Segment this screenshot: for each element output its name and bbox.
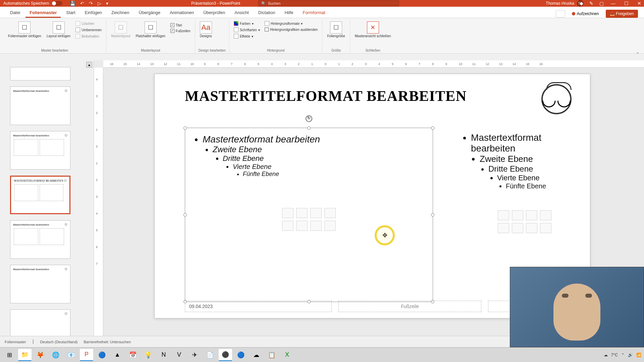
rename-button[interactable]: Umbenennen bbox=[74, 27, 103, 33]
tab-uebergaenge[interactable]: Übergänge bbox=[135, 7, 164, 18]
placeholder-button[interactable]: ☐Platzhalter einfügen bbox=[134, 21, 166, 39]
app-icon[interactable]: 💡 bbox=[142, 349, 155, 361]
start-icon[interactable]: ▷ bbox=[98, 1, 101, 6]
slide-title-placeholder[interactable]: MASTERTITELFORMAT BEARBEITEN bbox=[185, 87, 467, 105]
app-icon[interactable]: 🔵 bbox=[234, 349, 248, 361]
list-level-2[interactable]: Zweite Ebene bbox=[480, 154, 586, 164]
fonts-dropdown[interactable]: Schriftarten ▾ bbox=[233, 27, 261, 33]
thumbnail-5[interactable]: ☺ Mastertitelformat bearbeiten bbox=[10, 220, 70, 259]
tab-dictation[interactable]: Dictation bbox=[254, 7, 279, 18]
app-icon[interactable]: ☁ bbox=[250, 349, 263, 361]
onenote-icon[interactable]: N bbox=[157, 349, 170, 361]
icon-icon[interactable] bbox=[324, 221, 336, 231]
comments-icon[interactable] bbox=[556, 10, 565, 17]
tab-start[interactable]: Start bbox=[62, 7, 79, 18]
smartart-icon[interactable] bbox=[310, 208, 322, 218]
list-level-3[interactable]: Dritte Ebene bbox=[223, 154, 423, 163]
resize-handle[interactable] bbox=[431, 126, 434, 130]
title-checkbox[interactable]: ✓Titel bbox=[169, 23, 192, 27]
video-icon[interactable] bbox=[526, 223, 537, 233]
content-placeholder-left[interactable]: Mastertextformat bearbeiten Zweite Ebene… bbox=[185, 128, 433, 302]
start-menu-icon[interactable]: ⊞ bbox=[3, 349, 16, 361]
search-box[interactable]: 🔍 Suchen bbox=[258, 0, 399, 6]
online-pic-icon[interactable] bbox=[296, 221, 308, 231]
excel-icon[interactable]: X bbox=[280, 349, 294, 361]
date-placeholder[interactable]: 09.04.2023 bbox=[185, 301, 332, 312]
tab-ansicht[interactable]: Ansicht bbox=[230, 7, 253, 18]
record-button[interactable]: Aufzeichnen bbox=[569, 10, 602, 17]
app-icon[interactable]: 📄 bbox=[203, 349, 217, 361]
close-icon[interactable]: ✕ bbox=[637, 1, 641, 6]
rotate-handle[interactable] bbox=[306, 115, 312, 122]
thumbnail-1[interactable] bbox=[10, 67, 70, 80]
online-pic-icon[interactable] bbox=[512, 223, 523, 233]
explorer-icon[interactable]: 📁 bbox=[18, 349, 32, 361]
resize-handle[interactable] bbox=[431, 213, 434, 217]
tab-einfuegen[interactable]: Einfügen bbox=[81, 7, 106, 18]
list-level-4[interactable]: Vierte Ebene bbox=[497, 174, 586, 182]
list-level-2[interactable]: Zweite Ebene bbox=[213, 145, 423, 154]
telegram-icon[interactable]: ✈ bbox=[188, 349, 201, 361]
autosave-toggle[interactable] bbox=[52, 1, 62, 6]
undo-icon[interactable]: ↶ bbox=[80, 1, 84, 6]
status-language[interactable]: Deutsch (Deutschland) bbox=[40, 340, 78, 344]
list-level-5[interactable]: Fünfte Ebene bbox=[506, 182, 586, 190]
tab-ueberpruefen[interactable]: Überprüfen bbox=[199, 7, 229, 18]
app-icon[interactable]: 🔵 bbox=[95, 349, 109, 361]
thumbnail-panel[interactable]: ▲ ☺ Mastertitelformat bearbeiten ☺ Maste… bbox=[0, 60, 94, 351]
app-icon[interactable]: 📋 bbox=[265, 349, 278, 361]
window-icon[interactable]: ▢ bbox=[599, 1, 604, 6]
footers-checkbox[interactable]: ✓Fußzeilen bbox=[169, 28, 192, 33]
chart-icon[interactable] bbox=[296, 208, 308, 218]
close-master-button[interactable]: ✕Masteransicht schließen bbox=[354, 21, 392, 39]
designs-button[interactable]: AaDesigns bbox=[199, 21, 213, 39]
save-icon[interactable]: 💾 bbox=[70, 1, 75, 6]
thumbnail-6[interactable]: ☺ Mastertitelformat bearbeiten bbox=[10, 265, 70, 303]
obs-icon[interactable]: ⚫ bbox=[219, 349, 232, 361]
tab-animationen[interactable]: Animationen bbox=[166, 7, 198, 18]
diamond-icon[interactable]: ◆ bbox=[580, 1, 583, 6]
icon-icon[interactable] bbox=[540, 223, 551, 233]
thumbnail-4[interactable]: ☺ MASTERTITELFORMAT BEARBEITEN bbox=[10, 176, 70, 214]
3d-icon[interactable] bbox=[324, 208, 336, 218]
pen-icon[interactable]: ✎ bbox=[589, 1, 593, 6]
list-level-1[interactable]: Mastertextformat bearbeiten bbox=[203, 134, 423, 145]
redo-icon[interactable]: ↷ bbox=[89, 1, 93, 6]
weather-icon[interactable]: ☁ bbox=[604, 353, 608, 357]
slidesize-button[interactable]: ☐Foliengröße bbox=[326, 21, 346, 39]
collapse-ribbon-icon[interactable]: ⌃ bbox=[636, 52, 639, 56]
picture-icon[interactable] bbox=[282, 221, 293, 231]
list-level-5[interactable]: Fünfte Ebene bbox=[243, 171, 423, 178]
insert-slidemaster-button[interactable]: ☐Folienmaster einfügen bbox=[7, 21, 43, 39]
thumbnail-3[interactable]: ☺ Mastertitelformat bearbeiten bbox=[10, 131, 70, 170]
tab-hilfe[interactable]: Hilfe bbox=[280, 7, 297, 18]
chart-icon[interactable] bbox=[512, 210, 523, 220]
status-accessibility[interactable]: Barrierefreiheit: Untersuchen bbox=[84, 340, 131, 344]
tab-zeichnen[interactable]: Zeichnen bbox=[107, 7, 133, 18]
tab-formformat[interactable]: Formformat bbox=[299, 7, 329, 18]
effects-dropdown[interactable]: Effekte ▾ bbox=[233, 34, 261, 39]
maximize-icon[interactable]: ☐ bbox=[624, 1, 629, 6]
tray-chevron-icon[interactable]: ⌃ bbox=[621, 353, 625, 357]
share-button[interactable]: 📤 Freigeben bbox=[606, 10, 638, 18]
3d-icon[interactable] bbox=[540, 210, 551, 220]
list-level-4[interactable]: Vierte Ebene bbox=[233, 163, 423, 171]
smiley-icon[interactable]: ◡◡ bbox=[541, 84, 572, 114]
outlook-icon[interactable]: 📧 bbox=[64, 349, 78, 361]
video-icon[interactable] bbox=[310, 221, 322, 231]
smartart-icon[interactable] bbox=[526, 210, 537, 220]
insert-layout-button[interactable]: ☐Layout einfügen bbox=[45, 21, 72, 39]
picture-icon[interactable] bbox=[498, 223, 509, 233]
firefox-icon[interactable]: 🦊 bbox=[34, 349, 47, 361]
powerpoint-icon[interactable]: P bbox=[80, 349, 93, 361]
list-level-3[interactable]: Dritte Ebene bbox=[488, 164, 586, 174]
colors-dropdown[interactable]: Farben ▾ bbox=[233, 21, 261, 26]
more-icon[interactable]: ▾ bbox=[106, 1, 108, 6]
thumbnail-2[interactable]: ☺ Mastertitelformat bearbeiten bbox=[10, 86, 70, 125]
tab-folienmaster[interactable]: Folienmaster bbox=[25, 7, 61, 18]
minimize-icon[interactable]: — bbox=[611, 1, 615, 6]
resize-handle[interactable] bbox=[307, 126, 311, 130]
vlc-icon[interactable]: ▲ bbox=[111, 349, 124, 361]
footer-placeholder[interactable]: Fußzeile bbox=[338, 301, 481, 312]
resize-handle[interactable] bbox=[183, 126, 187, 130]
